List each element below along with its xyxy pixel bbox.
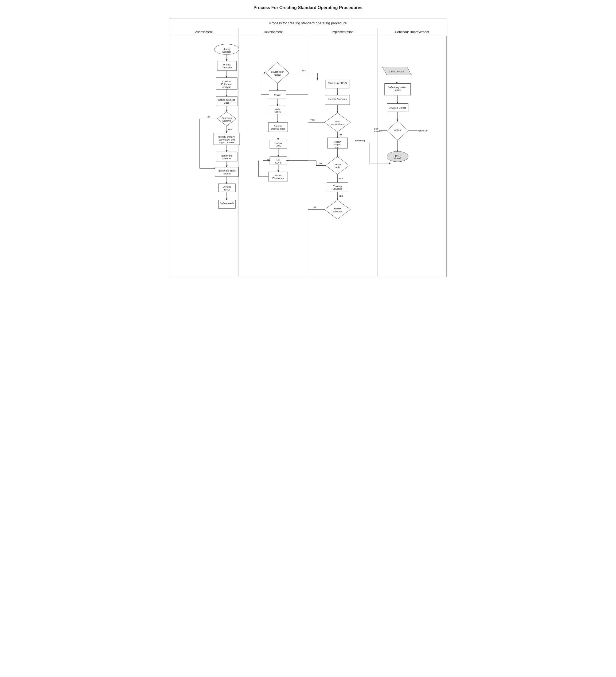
- columns-body: Identify Sponsor Project Character Condu…: [170, 36, 446, 277]
- columns-header: Assessment Development Implementation Co…: [170, 28, 446, 36]
- col-lane-continuous: [377, 36, 447, 277]
- col-header-implementation: Implementation: [308, 28, 377, 36]
- diagram-outer: Process for creating standard operating …: [169, 18, 447, 277]
- col-header-development: Development: [239, 28, 308, 36]
- col-lane-implementation: [308, 36, 377, 277]
- diagram-header: Process for creating standard operating …: [170, 18, 446, 28]
- col-lane-assessment: [170, 36, 239, 277]
- col-header-continuous: Continous Improvement: [377, 28, 447, 36]
- col-header-assessment: Assessment: [170, 28, 239, 36]
- col-lane-development: [239, 36, 308, 277]
- page-title: Process For Creating Standard Operating …: [5, 5, 611, 10]
